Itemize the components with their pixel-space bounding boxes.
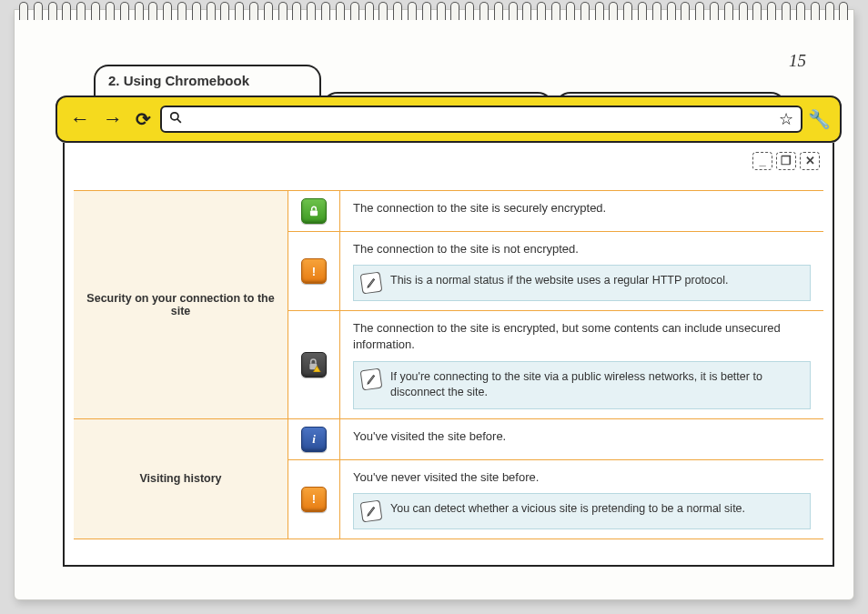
spiral-binding xyxy=(14,2,854,24)
section-label: Security on your connection to the site xyxy=(74,191,288,419)
lock-warning-icon xyxy=(301,352,327,377)
table-row: ! The connection to the site is not encr… xyxy=(288,232,823,311)
svg-point-0 xyxy=(171,113,178,120)
maximize-button[interactable]: ❐ xyxy=(776,152,796,170)
svg-line-1 xyxy=(177,119,181,123)
row-text: The connection to the site is encrypted,… xyxy=(353,321,781,351)
table-row: The connection to the site is encrypted,… xyxy=(288,311,823,418)
pencil-icon xyxy=(360,499,383,522)
settings-wrench-icon[interactable]: 🔧 xyxy=(808,108,831,130)
svg-rect-2 xyxy=(310,210,318,216)
section-connection-security: Security on your connection to the site … xyxy=(74,191,823,419)
row-text: The connection to the site is securely e… xyxy=(353,201,606,215)
warning-icon: ! xyxy=(301,258,327,284)
note-text: If you're connecting to the site via a p… xyxy=(390,369,801,401)
reload-button[interactable]: ⟳ xyxy=(132,110,155,128)
close-button[interactable]: ✕ xyxy=(800,152,820,170)
row-text: The connection to the site is not encryp… xyxy=(353,242,579,256)
browser-mock: 2. Using Chromebook ← → ⟳ ☆ 🔧 _ ❐ ✕ xyxy=(56,65,842,567)
row-text: You've visited the site before. xyxy=(353,429,506,443)
bookmark-star-icon[interactable]: ☆ xyxy=(779,109,793,129)
note-callout: You can detect whether a vicious site is… xyxy=(353,493,811,529)
table-row: ! You've never visited the site before. … xyxy=(288,460,823,539)
warning-icon: ! xyxy=(301,487,327,512)
note-text: This is a normal status if the website u… xyxy=(390,273,728,289)
table-row: The connection to the site is securely e… xyxy=(288,191,823,232)
notebook-page: 15 2. Using Chromebook ← → ⟳ ☆ 🔧 _ ❐ ✕ xyxy=(14,9,854,600)
section-label: Visiting history xyxy=(74,419,288,539)
note-text: You can detect whether a vicious site is… xyxy=(390,501,745,518)
search-icon xyxy=(169,111,182,127)
table-row: i You've visited the site before. xyxy=(288,419,823,460)
lock-secure-icon xyxy=(301,198,327,224)
row-text: You've never visited the site before. xyxy=(353,470,539,484)
browser-toolbar: ← → ⟳ ☆ 🔧 xyxy=(56,96,842,143)
forward-button[interactable]: → xyxy=(99,109,126,129)
note-callout: This is a normal status if the website u… xyxy=(353,265,811,301)
info-table: Security on your connection to the site … xyxy=(74,190,823,539)
browser-content: _ ❐ ✕ Security on your connection to the… xyxy=(63,143,834,567)
pencil-icon xyxy=(360,272,383,295)
section-visiting-history: Visiting history i You've visited the si… xyxy=(74,419,823,539)
omnibox[interactable]: ☆ xyxy=(160,106,802,133)
pencil-icon xyxy=(360,367,383,390)
info-icon: i xyxy=(301,427,327,452)
window-controls: _ ❐ ✕ xyxy=(752,152,820,170)
minimize-button[interactable]: _ xyxy=(752,152,772,170)
note-callout: If you're connecting to the site via a p… xyxy=(353,361,811,409)
back-button[interactable]: ← xyxy=(66,109,94,129)
active-tab[interactable]: 2. Using Chromebook xyxy=(94,65,321,96)
